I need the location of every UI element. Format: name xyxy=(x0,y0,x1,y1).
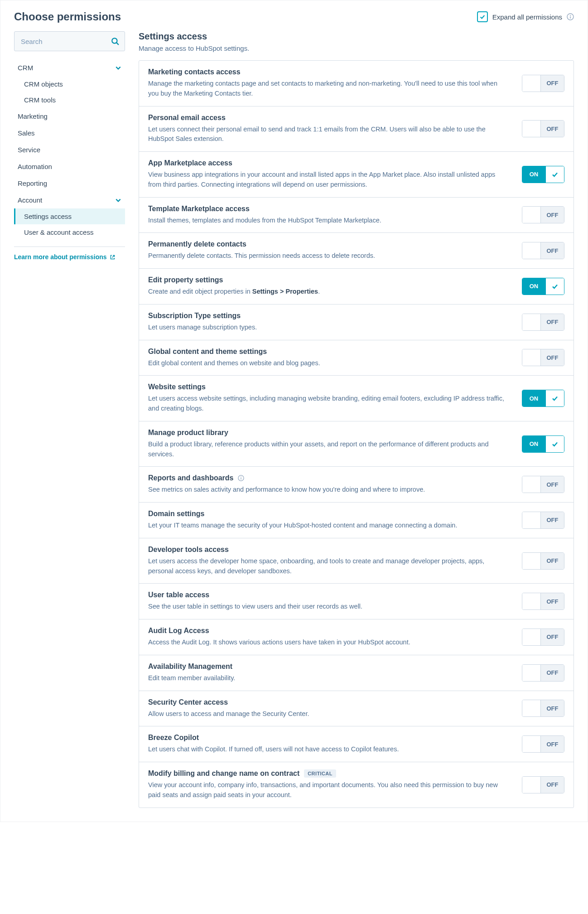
header: Choose permissions Expand all permission… xyxy=(14,10,574,23)
search-input[interactable] xyxy=(20,37,111,46)
permission-toggle[interactable]: OFF xyxy=(522,206,564,223)
permission-toggle[interactable]: OFF xyxy=(522,735,564,753)
toggle-blank xyxy=(522,665,540,681)
permission-text: Website settingsLet users access website… xyxy=(148,383,508,414)
toggle-blank xyxy=(522,777,540,793)
permission-description: See the user table in settings to view u… xyxy=(148,602,508,612)
expand-all-checkbox[interactable] xyxy=(477,11,488,22)
svg-rect-7 xyxy=(241,478,241,479)
sidebar-item-account[interactable]: Account xyxy=(14,192,125,208)
permission-row: Security Center accessAllow users to acc… xyxy=(139,691,574,727)
permission-description: Manage the marketing contacts page and s… xyxy=(148,79,508,99)
learn-more-link[interactable]: Learn more about permissions xyxy=(14,253,125,261)
permission-text: Modify billing and change name on contra… xyxy=(148,769,508,800)
chevron-down-icon xyxy=(115,65,121,71)
permission-toggle[interactable]: OFF xyxy=(522,629,564,646)
sidebar-item-reporting[interactable]: Reporting xyxy=(14,175,125,192)
permission-toggle[interactable]: OFF xyxy=(522,242,564,259)
permission-row: Developer tools accessLet users access t… xyxy=(139,538,574,584)
info-icon[interactable] xyxy=(567,13,574,20)
check-icon xyxy=(546,278,564,295)
permission-text: Domain settingsLet your IT teams manage … xyxy=(148,510,508,531)
toggle-label: OFF xyxy=(540,121,564,137)
permission-toggle[interactable]: OFF xyxy=(522,314,564,331)
sidebar-subitem-crm-tools[interactable]: CRM tools xyxy=(14,92,125,108)
permission-toggle[interactable]: OFF xyxy=(522,593,564,610)
permission-description: See metrics on sales activity and perfor… xyxy=(148,485,508,495)
permission-toggle[interactable]: OFF xyxy=(522,120,564,137)
sidebar-item-label: Service xyxy=(18,146,40,154)
search-field[interactable] xyxy=(14,31,125,51)
permission-description: Let users connect their personal email t… xyxy=(148,125,508,145)
permission-toggle[interactable]: OFF xyxy=(522,75,564,92)
svg-point-3 xyxy=(112,38,117,43)
permission-title-text: User table access xyxy=(148,591,209,599)
permission-title-text: Audit Log Access xyxy=(148,627,209,635)
sidebar-subitem-settings-access[interactable]: Settings access xyxy=(14,208,125,224)
toggle-label: OFF xyxy=(540,700,564,716)
toggle-blank xyxy=(522,75,540,92)
permission-title: App Marketplace access xyxy=(148,159,508,167)
sidebar-item-service[interactable]: Service xyxy=(14,141,125,158)
permission-toggle[interactable]: ON xyxy=(522,390,564,407)
section-title: Settings access xyxy=(139,31,574,42)
toggle-label: OFF xyxy=(540,207,564,223)
permission-row: Global content and theme settingsEdit gl… xyxy=(139,340,574,376)
permission-toggle[interactable]: OFF xyxy=(522,349,564,366)
sidebar-item-automation[interactable]: Automation xyxy=(14,158,125,175)
sidebar-subitem-crm-objects[interactable]: CRM objects xyxy=(14,76,125,92)
sidebar-nav: CRMCRM objectsCRM toolsMarketingSalesSer… xyxy=(14,59,125,240)
permission-description: View your account info, company info, tr… xyxy=(148,780,508,800)
check-icon xyxy=(546,436,564,452)
permission-description: Edit team member availability. xyxy=(148,673,508,683)
sidebar-item-crm[interactable]: CRM xyxy=(14,59,125,76)
toggle-label: OFF xyxy=(540,314,564,330)
permission-row: Domain settingsLet your IT teams manage … xyxy=(139,503,574,538)
sidebar-item-sales[interactable]: Sales xyxy=(14,125,125,141)
permission-title-text: Global content and theme settings xyxy=(148,348,267,356)
permission-toggle[interactable]: ON xyxy=(522,166,564,183)
permission-text: Subscription Type settingsLet users mana… xyxy=(148,312,508,333)
permission-text: Developer tools accessLet users access t… xyxy=(148,546,508,576)
main-content: Settings access Manage access to HubSpot… xyxy=(139,31,574,808)
search-icon xyxy=(111,37,119,45)
sidebar-subitem-user-account-access[interactable]: User & account access xyxy=(14,224,125,240)
sidebar-item-label: Automation xyxy=(18,163,52,170)
toggle-blank xyxy=(522,629,540,645)
permission-title: Template Marketplace access xyxy=(148,205,508,213)
svg-point-6 xyxy=(241,477,242,478)
permission-text: Global content and theme settingsEdit gl… xyxy=(148,348,508,368)
toggle-label: OFF xyxy=(540,75,564,92)
permission-row: Website settingsLet users access website… xyxy=(139,376,574,421)
permission-title: Modify billing and change name on contra… xyxy=(148,769,508,778)
permission-toggle[interactable]: ON xyxy=(522,435,564,453)
permission-description: Access the Audit Log. It shows various a… xyxy=(148,638,508,648)
toggle-label: OFF xyxy=(540,512,564,528)
permission-title: Availability Management xyxy=(148,663,508,671)
permission-title: Marketing contacts access xyxy=(148,68,508,76)
permission-row: Reports and dashboardsSee metrics on sal… xyxy=(139,467,574,503)
page-title: Choose permissions xyxy=(14,10,121,23)
expand-all-label: Expand all permissions xyxy=(492,13,562,21)
info-icon[interactable] xyxy=(238,475,244,481)
permission-toggle[interactable]: OFF xyxy=(522,552,564,570)
svg-rect-2 xyxy=(570,16,571,19)
permission-toggle[interactable]: OFF xyxy=(522,776,564,793)
sidebar-item-label: Account xyxy=(18,196,42,204)
permission-toggle[interactable]: OFF xyxy=(522,476,564,493)
sidebar-item-marketing[interactable]: Marketing xyxy=(14,108,125,125)
toggle-blank xyxy=(522,349,540,366)
permission-toggle[interactable]: OFF xyxy=(522,700,564,717)
permission-title-text: Manage product library xyxy=(148,429,228,437)
permission-toggle[interactable]: ON xyxy=(522,278,564,295)
permission-toggle[interactable]: OFF xyxy=(522,512,564,529)
permission-description: Let users access website settings, inclu… xyxy=(148,394,508,414)
permission-text: Breeze CopilotLet users chat with Copilo… xyxy=(148,734,508,754)
permission-row: Audit Log AccessAccess the Audit Log. It… xyxy=(139,619,574,655)
sidebar: CRMCRM objectsCRM toolsMarketingSalesSer… xyxy=(14,31,125,261)
permission-text: Manage product libraryBuild a product li… xyxy=(148,429,508,459)
permission-text: App Marketplace accessView business app … xyxy=(148,159,508,190)
permission-toggle[interactable]: OFF xyxy=(522,664,564,682)
permission-title: Domain settings xyxy=(148,510,508,518)
permission-title: Developer tools access xyxy=(148,546,508,554)
